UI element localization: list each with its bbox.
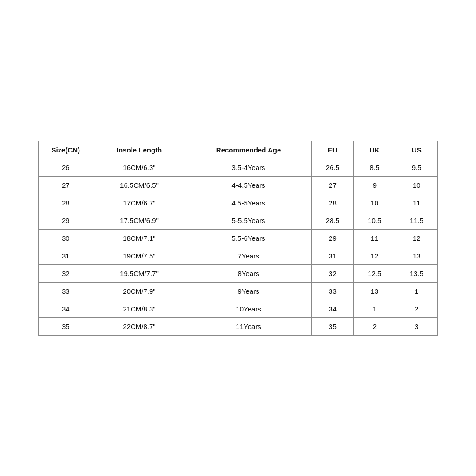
cell-us: 11.5 (396, 212, 437, 229)
page-wrapper: Size(CN) Insole Length Recommended Age E… (0, 0, 476, 476)
cell-size: 29 (39, 212, 93, 229)
cell-insole: 17.5CM/6.9" (93, 212, 185, 229)
cell-us: 2 (396, 300, 437, 317)
cell-uk: 8.5 (354, 159, 396, 176)
cell-insole: 20CM/7.9" (93, 282, 185, 300)
cell-uk: 10.5 (354, 212, 396, 229)
cell-age: 10Years (185, 300, 311, 317)
cell-insole: 19CM/7.5" (93, 247, 185, 264)
cell-eu: 32 (311, 264, 353, 282)
cell-eu: 27 (311, 176, 353, 194)
header-uk: UK (354, 141, 396, 159)
cell-age: 4-4.5Years (185, 176, 311, 194)
cell-insole: 17CM/6.7" (93, 194, 185, 212)
table-row: 3018CM/7.1"5.5-6Years291112 (39, 229, 438, 247)
header-us: US (396, 141, 437, 159)
table-row: 3421CM/8.3"10Years3412 (39, 300, 438, 317)
cell-uk: 12.5 (354, 264, 396, 282)
header-age: Recommended Age (185, 141, 311, 159)
cell-eu: 33 (311, 282, 353, 300)
cell-us: 3 (396, 317, 437, 335)
cell-eu: 35 (311, 317, 353, 335)
cell-uk: 10 (354, 194, 396, 212)
cell-eu: 28 (311, 194, 353, 212)
cell-insole: 16.5CM/6.5" (93, 176, 185, 194)
cell-eu: 26.5 (311, 159, 353, 176)
cell-us: 13 (396, 247, 437, 264)
cell-uk: 11 (354, 229, 396, 247)
table-header-row: Size(CN) Insole Length Recommended Age E… (39, 141, 438, 159)
cell-uk: 1 (354, 300, 396, 317)
table-row: 3119CM/7.5"7Years311213 (39, 247, 438, 264)
cell-age: 7Years (185, 247, 311, 264)
cell-us: 12 (396, 229, 437, 247)
cell-size: 33 (39, 282, 93, 300)
table-row: 2616CM/6.3"3.5-4Years26.58.59.5 (39, 159, 438, 176)
cell-size: 34 (39, 300, 93, 317)
cell-insole: 18CM/7.1" (93, 229, 185, 247)
cell-insole: 19.5CM/7.7" (93, 264, 185, 282)
table-row: 2917.5CM/6.9"5-5.5Years28.510.511.5 (39, 212, 438, 229)
cell-us: 13.5 (396, 264, 437, 282)
cell-uk: 9 (354, 176, 396, 194)
cell-insole: 21CM/8.3" (93, 300, 185, 317)
cell-us: 10 (396, 176, 437, 194)
cell-us: 1 (396, 282, 437, 300)
cell-insole: 22CM/8.7" (93, 317, 185, 335)
table-row: 3219.5CM/7.7"8Years3212.513.5 (39, 264, 438, 282)
cell-age: 5.5-6Years (185, 229, 311, 247)
cell-eu: 29 (311, 229, 353, 247)
table-row: 3522CM/8.7"11Years3523 (39, 317, 438, 335)
cell-age: 4.5-5Years (185, 194, 311, 212)
cell-eu: 34 (311, 300, 353, 317)
header-size: Size(CN) (39, 141, 93, 159)
table-row: 2817CM/6.7"4.5-5Years281011 (39, 194, 438, 212)
cell-us: 11 (396, 194, 437, 212)
size-chart-container: Size(CN) Insole Length Recommended Age E… (38, 141, 438, 336)
cell-size: 27 (39, 176, 93, 194)
table-row: 3320CM/7.9"9Years33131 (39, 282, 438, 300)
cell-size: 26 (39, 159, 93, 176)
cell-eu: 28.5 (311, 212, 353, 229)
table-body: 2616CM/6.3"3.5-4Years26.58.59.52716.5CM/… (39, 159, 438, 335)
cell-eu: 31 (311, 247, 353, 264)
cell-us: 9.5 (396, 159, 437, 176)
cell-age: 11Years (185, 317, 311, 335)
cell-age: 3.5-4Years (185, 159, 311, 176)
header-insole: Insole Length (93, 141, 185, 159)
header-eu: EU (311, 141, 353, 159)
cell-insole: 16CM/6.3" (93, 159, 185, 176)
cell-age: 9Years (185, 282, 311, 300)
cell-age: 5-5.5Years (185, 212, 311, 229)
cell-age: 8Years (185, 264, 311, 282)
cell-uk: 2 (354, 317, 396, 335)
cell-uk: 12 (354, 247, 396, 264)
cell-size: 31 (39, 247, 93, 264)
size-chart-table: Size(CN) Insole Length Recommended Age E… (38, 141, 438, 336)
cell-uk: 13 (354, 282, 396, 300)
cell-size: 32 (39, 264, 93, 282)
cell-size: 28 (39, 194, 93, 212)
cell-size: 30 (39, 229, 93, 247)
table-row: 2716.5CM/6.5"4-4.5Years27910 (39, 176, 438, 194)
cell-size: 35 (39, 317, 93, 335)
